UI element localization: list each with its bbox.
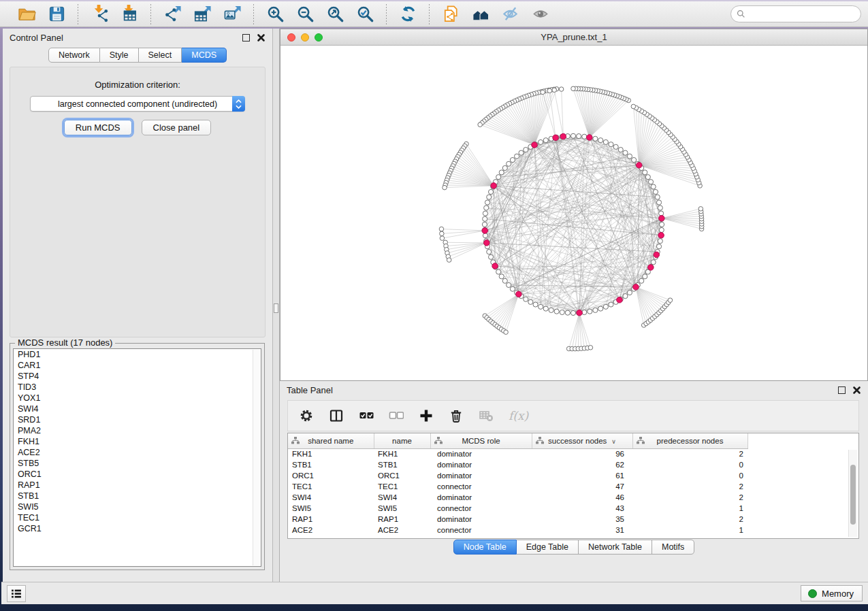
minimize-window-icon[interactable] bbox=[301, 33, 309, 42]
add-column-icon[interactable] bbox=[419, 408, 434, 424]
mcds-result-item[interactable]: YOX1 bbox=[14, 393, 261, 403]
mcds-result-item[interactable]: ORC1 bbox=[14, 469, 261, 480]
export-table-icon[interactable] bbox=[192, 4, 212, 24]
table-row[interactable]: STB1STB1dominator620 bbox=[288, 459, 748, 470]
column-header-shared-name[interactable]: shared name bbox=[288, 433, 374, 448]
table-cell: SWI4 bbox=[374, 492, 430, 503]
zoom-out-icon[interactable] bbox=[295, 4, 315, 24]
import-network-icon[interactable] bbox=[89, 4, 110, 24]
splitter-grip[interactable] bbox=[274, 303, 278, 313]
mcds-result-item[interactable]: STP4 bbox=[14, 371, 261, 382]
table-row[interactable]: ORC1ORC1dominator610 bbox=[288, 470, 748, 481]
float-table-panel-icon[interactable] bbox=[838, 386, 846, 394]
toolbar-group bbox=[80, 4, 149, 24]
mcds-result-item[interactable]: RAP1 bbox=[14, 480, 261, 491]
column-header-MCDS-role[interactable]: MCDS role bbox=[430, 433, 532, 448]
memory-button[interactable]: Memory bbox=[801, 585, 863, 601]
mcds-result-item[interactable]: SWI5 bbox=[14, 501, 261, 512]
column-label: name bbox=[392, 437, 412, 445]
panel-splitter[interactable] bbox=[272, 29, 280, 582]
tab-edge-table[interactable]: Edge Table bbox=[517, 540, 579, 555]
column-header-predecessor-nodes[interactable]: predecessor nodes bbox=[632, 433, 748, 448]
network-canvas[interactable] bbox=[280, 46, 867, 380]
save-session-icon[interactable] bbox=[46, 4, 67, 24]
mcds-result-item[interactable]: SRD1 bbox=[14, 414, 261, 425]
mcds-result-item[interactable]: TEC1 bbox=[14, 512, 261, 523]
zoom-selected-icon[interactable] bbox=[355, 4, 375, 24]
run-mcds-button[interactable]: Run MCDS bbox=[64, 120, 132, 135]
table-scrollbar[interactable] bbox=[848, 450, 857, 537]
float-panel-icon[interactable] bbox=[242, 34, 250, 42]
table-row[interactable]: FKH1FKH1dominator962 bbox=[288, 448, 748, 459]
criterion-dropdown[interactable]: largest connected component (undirected) bbox=[30, 96, 245, 112]
table-row[interactable]: SWI5SWI5connector431 bbox=[288, 503, 748, 514]
column-label: predecessor nodes bbox=[657, 437, 724, 445]
task-history-button[interactable] bbox=[7, 585, 26, 602]
table-scrollbar-thumb[interactable] bbox=[850, 465, 856, 525]
table-cell: ORC1 bbox=[374, 470, 430, 481]
list-icon bbox=[10, 587, 23, 600]
close-window-icon[interactable] bbox=[287, 33, 295, 42]
table-row[interactable]: RAP1RAP1dominator352 bbox=[288, 514, 748, 525]
search-field[interactable] bbox=[730, 5, 861, 22]
mcds-result-item[interactable]: PHD1 bbox=[14, 349, 261, 360]
toolbar-group bbox=[152, 4, 252, 24]
delete-column-icon[interactable] bbox=[449, 408, 464, 424]
maximize-window-icon[interactable] bbox=[315, 33, 323, 42]
mcds-list-scrollbar[interactable] bbox=[253, 350, 260, 565]
table-options-gear-icon[interactable] bbox=[299, 408, 314, 424]
refresh-icon[interactable] bbox=[398, 4, 418, 24]
first-neighbors-icon[interactable] bbox=[470, 4, 491, 24]
mcds-result-item[interactable]: SWI4 bbox=[14, 403, 261, 414]
show-all-icon[interactable] bbox=[530, 4, 551, 24]
search-input[interactable] bbox=[749, 10, 855, 19]
table-row[interactable]: TEC1TEC1connector472 bbox=[288, 481, 748, 492]
column-header-name[interactable]: name bbox=[374, 433, 430, 448]
tab-style[interactable]: Style bbox=[100, 48, 139, 63]
table-cell: 1 bbox=[632, 535, 748, 539]
close-panel-button[interactable]: Close panel bbox=[142, 120, 212, 135]
tab-node-table[interactable]: Node Table bbox=[453, 540, 517, 555]
table-cell: dominator bbox=[430, 514, 532, 525]
open-file-icon[interactable] bbox=[16, 4, 37, 24]
delete-table-icon bbox=[479, 408, 494, 424]
window-controls bbox=[287, 33, 323, 42]
zoom-in-icon[interactable] bbox=[265, 4, 285, 24]
import-table-icon[interactable] bbox=[119, 4, 140, 24]
export-image-icon[interactable] bbox=[222, 4, 242, 24]
mcds-result-item[interactable]: TID3 bbox=[14, 382, 261, 393]
toolbar-separator bbox=[253, 4, 254, 24]
table-panel-tabs: Node TableEdge TableNetwork TableMotifs bbox=[280, 540, 868, 555]
tab-motifs[interactable]: Motifs bbox=[652, 540, 694, 555]
deselect-all-icon[interactable] bbox=[389, 408, 404, 424]
close-table-panel-icon[interactable] bbox=[852, 386, 861, 395]
select-all-icon[interactable] bbox=[359, 408, 374, 424]
table-row[interactable]: SWI4SWI4dominator462 bbox=[288, 492, 748, 503]
network-graph[interactable] bbox=[280, 46, 867, 380]
hide-selected-icon[interactable] bbox=[500, 4, 521, 24]
mcds-result-item[interactable]: PMA2 bbox=[14, 425, 261, 436]
tab-mcds[interactable]: MCDS bbox=[182, 48, 227, 63]
copy-network-icon[interactable] bbox=[440, 4, 461, 24]
tab-select[interactable]: Select bbox=[139, 48, 182, 63]
close-panel-icon[interactable] bbox=[257, 33, 266, 42]
tab-network[interactable]: Network bbox=[48, 48, 100, 63]
toolbar-buttons bbox=[7, 4, 560, 24]
zoom-fit-icon[interactable] bbox=[325, 4, 345, 24]
mcds-result-item[interactable]: CAR1 bbox=[14, 360, 261, 371]
table-cell: ACE2 bbox=[374, 525, 430, 535]
column-header-successor-nodes[interactable]: successor nodes∨ bbox=[532, 433, 632, 448]
mcds-result-item[interactable]: STB5 bbox=[14, 458, 261, 469]
table-cell: dominator bbox=[430, 470, 532, 481]
mcds-result-item[interactable]: STB1 bbox=[14, 491, 261, 501]
mcds-result-item[interactable]: ACE2 bbox=[14, 447, 261, 458]
table-row[interactable]: ACE2ACE2connector311 bbox=[288, 525, 748, 535]
mcds-result-item[interactable]: FKH1 bbox=[14, 436, 261, 447]
network-window-titlebar[interactable]: YPA_prune.txt_1 bbox=[280, 29, 867, 46]
table-row[interactable]: YOX1YOX1connector291 bbox=[288, 535, 748, 539]
mcds-result-item[interactable]: GCR1 bbox=[14, 523, 261, 534]
export-network-icon[interactable] bbox=[162, 4, 182, 24]
tab-network-table[interactable]: Network Table bbox=[579, 540, 652, 555]
column-label: shared name bbox=[308, 437, 353, 445]
show-columns-icon[interactable] bbox=[329, 408, 344, 424]
